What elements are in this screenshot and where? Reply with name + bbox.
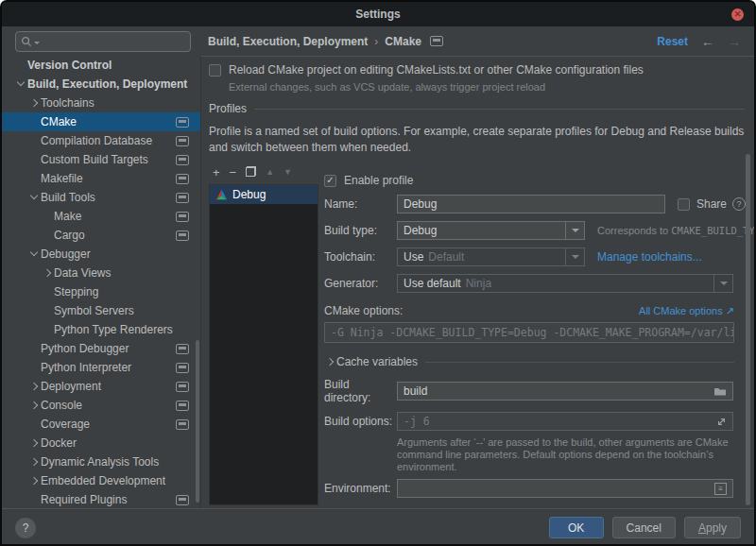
sidebar-scrollbar[interactable] — [196, 340, 199, 503]
project-level-icon — [176, 230, 189, 241]
cmake-options-input[interactable]: -G Ninja -DCMAKE_BUILD_TYPE=Debug -DCMAK… — [324, 322, 734, 343]
sidebar-item-label: Deployment — [41, 380, 101, 393]
name-label: Name: — [324, 197, 397, 211]
back-arrow-icon[interactable]: ← — [701, 34, 714, 49]
apply-button[interactable]: Apply — [684, 517, 741, 538]
toolchain-label: Toolchain: — [324, 250, 397, 264]
add-profile-button[interactable]: + — [213, 166, 220, 179]
sidebar-item-debugger[interactable]: Debugger — [2, 245, 200, 264]
chevron-down-icon[interactable] — [28, 248, 41, 261]
environment-input[interactable]: ≡ — [397, 479, 733, 498]
sidebar-item-deployment[interactable]: Deployment — [2, 377, 200, 396]
sidebar-item-compilation-database[interactable]: Compilation Database — [2, 131, 200, 150]
chevron-down-icon[interactable] — [28, 192, 41, 204]
sidebar-item-label: Embedded Development — [41, 474, 165, 487]
cmake-settings-panel: Reload CMake project on editing CMakeLis… — [200, 56, 754, 508]
ok-button[interactable]: OK — [549, 517, 604, 538]
share-checkbox[interactable] — [678, 198, 690, 211]
sidebar-item-label: Python Type Renderers — [54, 323, 173, 336]
chevron-right-icon[interactable] — [42, 267, 54, 280]
chevron-right-icon[interactable] — [28, 437, 41, 450]
cmake-options-header: CMake options: All CMake options ↗ — [324, 304, 734, 317]
cancel-button[interactable]: Cancel — [612, 517, 676, 538]
sidebar-item-build-tools[interactable]: Build Tools — [2, 188, 200, 207]
sidebar-item-label: Docker — [41, 436, 77, 450]
build-options-hint: Arguments after ‘--’ are passed to the b… — [397, 436, 730, 473]
sidebar-item-toolchains[interactable]: Toolchains — [2, 94, 200, 112]
copy-profile-button[interactable] — [246, 166, 256, 179]
all-cmake-options-link[interactable]: All CMake options ↗ — [639, 305, 734, 317]
breadcrumb-current: CMake — [385, 35, 421, 48]
reload-cmake-checkbox[interactable] — [209, 64, 221, 77]
search-field[interactable] — [42, 35, 188, 48]
profiles-section-header: Profiles — [209, 102, 745, 115]
sidebar-item-makefile[interactable]: Makefile — [2, 169, 200, 188]
sidebar-item-custom-build-targets[interactable]: Custom Build Targets — [2, 150, 200, 169]
search-filter-caret-icon[interactable] — [34, 42, 40, 44]
sidebar-item-embedded-development[interactable]: Embedded Development — [2, 471, 200, 490]
sidebar-item-data-views[interactable]: Data Views — [2, 264, 200, 282]
reload-cmake-checkbox-row[interactable]: Reload CMake project on editing CMakeLis… — [209, 63, 745, 77]
toolchain-select[interactable]: UseDefault — [397, 247, 585, 266]
enable-profile-row[interactable]: ✓ Enable profile — [324, 174, 754, 187]
chevron-down-icon[interactable] — [565, 248, 584, 265]
content-scrollbar[interactable] — [746, 154, 750, 505]
sidebar-item-version-control[interactable]: Version Control — [2, 56, 200, 75]
sidebar-item-docker[interactable]: Docker — [2, 434, 200, 452]
share-help-icon[interactable]: ? — [732, 197, 746, 211]
build-directory-input[interactable]: build — [397, 382, 733, 401]
help-button[interactable]: ? — [15, 518, 36, 538]
enable-profile-label: Enable profile — [344, 174, 413, 187]
chevron-right-icon[interactable] — [28, 456, 41, 469]
chevron-down-icon[interactable] — [565, 222, 584, 239]
build-options-input[interactable]: -j 6 — [397, 412, 733, 431]
expand-icon[interactable] — [716, 417, 727, 427]
sidebar-item-dynamic-analysis-tools[interactable]: Dynamic Analysis Tools — [2, 452, 200, 471]
sidebar-item-python-interpreter[interactable]: Python Interpreter — [2, 358, 200, 377]
close-icon[interactable]: ✕ — [731, 9, 744, 21]
enable-profile-checkbox[interactable]: ✓ — [324, 175, 336, 187]
remove-profile-button[interactable]: − — [230, 166, 237, 179]
breadcrumb-separator: › — [374, 35, 378, 48]
sidebar-item-required-plugins[interactable]: Required Plugins — [2, 490, 200, 508]
profile-item-debug[interactable]: Debug — [210, 185, 318, 204]
sidebar-item-cmake[interactable]: CMake — [2, 112, 200, 131]
generator-select[interactable]: Use defaultNinja — [397, 274, 733, 293]
name-input[interactable]: Debug — [397, 195, 665, 213]
name-row: Name: Debug Share ? — [324, 195, 754, 213]
sidebar-item-make[interactable]: Make — [2, 207, 200, 226]
sidebar-item-label: Data Views — [54, 266, 111, 280]
chevron-down-icon[interactable] — [713, 275, 732, 292]
sidebar-item-cargo[interactable]: Cargo — [2, 226, 200, 245]
breadcrumb-parent[interactable]: Build, Execution, Deployment — [208, 35, 368, 48]
sidebar-item-build-execution-deployment[interactable]: Build, Execution, Deployment — [2, 75, 200, 94]
copy-icon — [246, 166, 256, 177]
section-divider — [254, 109, 745, 110]
sidebar-item-python-debugger[interactable]: Python Debugger — [2, 339, 200, 358]
generator-label: Generator: — [324, 277, 397, 290]
chevron-right-icon[interactable] — [28, 97, 41, 110]
toolchain-row: Toolchain: UseDefault Manage toolchains.… — [324, 247, 754, 266]
chevron-down-icon[interactable] — [15, 78, 27, 91]
sidebar-item-stepping[interactable]: Stepping — [2, 282, 200, 301]
manage-toolchains-link[interactable]: Manage toolchains... — [597, 250, 702, 264]
environment-variables-icon[interactable]: ≡ — [714, 483, 727, 495]
build-type-select[interactable]: Debug — [397, 221, 585, 240]
sidebar-item-coverage[interactable]: Coverage — [2, 415, 200, 434]
chevron-right-icon[interactable] — [28, 381, 41, 393]
sidebar-item-label: Compilation Database — [41, 134, 152, 147]
cache-variables-toggle[interactable]: Cache variables — [324, 355, 734, 368]
folder-icon[interactable] — [713, 386, 727, 397]
profile-list[interactable]: Debug — [209, 184, 318, 505]
sidebar-item-label: Version Control — [27, 59, 112, 72]
profile-list-toolbar: +−▲▼ — [209, 162, 318, 181]
sidebar-item-console[interactable]: Console — [2, 396, 200, 415]
chevron-right-icon[interactable] — [28, 400, 41, 412]
chevron-right-icon[interactable] — [28, 475, 41, 487]
search-input[interactable] — [15, 31, 191, 52]
reset-link[interactable]: Reset — [657, 35, 688, 48]
sidebar-item-python-type-renderers[interactable]: Python Type Renderers — [2, 320, 200, 339]
project-level-icon — [176, 344, 189, 354]
title-bar[interactable]: Settings ✕ — [2, 2, 754, 26]
sidebar-item-symbol-servers[interactable]: Symbol Servers — [2, 301, 200, 320]
